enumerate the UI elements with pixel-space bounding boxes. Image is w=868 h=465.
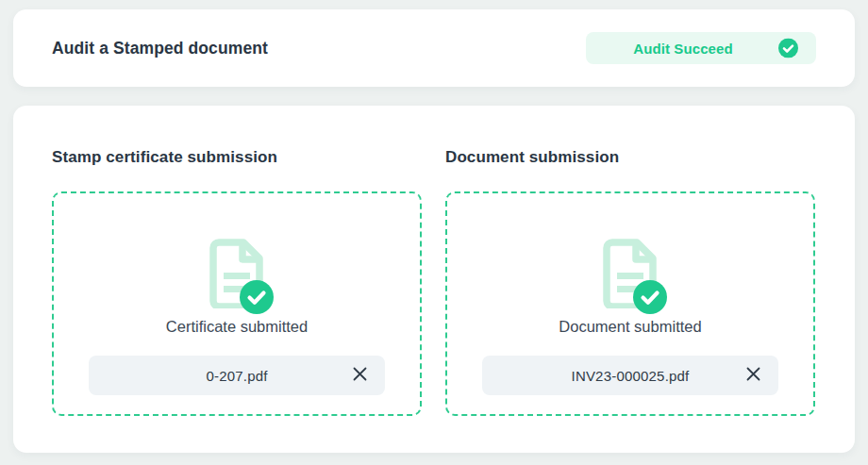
file-name: 0-207.pdf [206,368,267,384]
close-icon [745,366,761,385]
uploaded-file-chip: INV23-000025.pdf [482,356,778,395]
submission-status-text: Certificate submitted [166,318,308,336]
document-check-icon [207,239,267,308]
close-icon [352,366,368,385]
remove-file-button[interactable] [349,365,370,386]
uploaded-file-chip: 0-207.pdf [89,356,385,395]
section-heading: Stamp certificate submission [52,148,422,167]
page-title: Audit a Stamped document [52,39,268,58]
header-card: Audit a Stamped document Audit Succeed [13,9,855,87]
check-circle-icon [778,39,798,58]
check-circle-icon [240,280,274,314]
section-document: Document submission [445,148,815,416]
document-check-icon [600,239,660,308]
section-stamp-certificate: Stamp certificate submission [52,148,422,416]
document-dropzone[interactable]: Document submitted INV23-000025.pdf [445,191,815,416]
certificate-dropzone[interactable]: Certificate submitted 0-207.pdf [52,191,422,416]
submission-panel: Stamp certificate submission [13,106,855,453]
status-badge-label: Audit Succeed [633,41,769,57]
submission-status-text: Document submitted [559,318,701,336]
section-heading: Document submission [445,148,815,167]
check-circle-icon [633,280,667,314]
remove-file-button[interactable] [743,365,763,386]
file-name: INV23-000025.pdf [572,368,690,384]
audit-page: Audit a Stamped document Audit Succeed S… [0,0,868,465]
status-badge: Audit Succeed [586,32,816,64]
